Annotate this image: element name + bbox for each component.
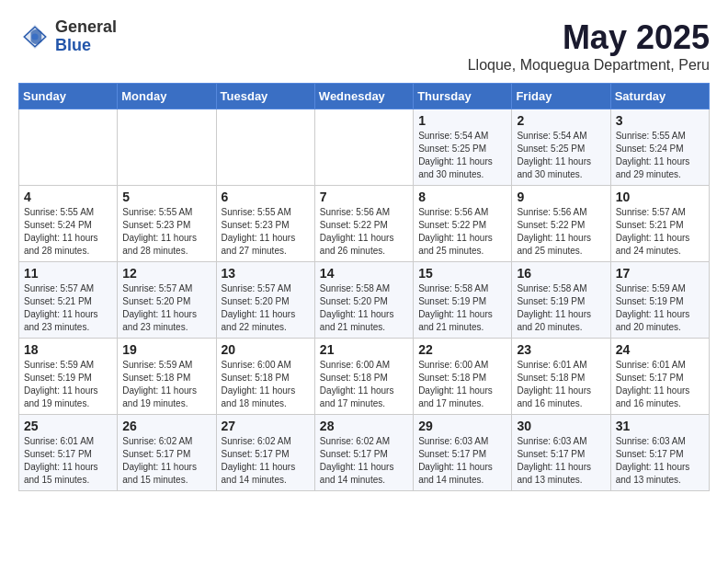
weekday-header: Sunday — [19, 84, 118, 109]
day-info: Sunrise: 5:59 AM Sunset: 5:18 PM Dayligh… — [122, 359, 210, 410]
day-number: 1 — [418, 113, 506, 128]
calendar-cell: 27Sunrise: 6:02 AM Sunset: 5:17 PM Dayli… — [216, 415, 314, 491]
day-number: 20 — [222, 342, 310, 357]
day-number: 14 — [320, 266, 408, 281]
day-info: Sunrise: 5:56 AM Sunset: 5:22 PM Dayligh… — [517, 206, 605, 258]
day-info: Sunrise: 6:01 AM Sunset: 5:17 PM Dayligh… — [24, 435, 112, 487]
calendar-cell: 10Sunrise: 5:57 AM Sunset: 5:21 PM Dayli… — [610, 186, 709, 262]
calendar-cell: 9Sunrise: 5:56 AM Sunset: 5:22 PM Daylig… — [512, 186, 610, 262]
day-number: 21 — [320, 342, 408, 357]
calendar-header: SundayMondayTuesdayWednesdayThursdayFrid… — [19, 84, 710, 109]
day-info: Sunrise: 5:56 AM Sunset: 5:22 PM Dayligh… — [418, 206, 506, 258]
calendar-cell: 16Sunrise: 5:58 AM Sunset: 5:19 PM Dayli… — [512, 262, 610, 339]
day-info: Sunrise: 6:02 AM Sunset: 5:17 PM Dayligh… — [222, 435, 310, 487]
title-block: May 2025 Lloque, Moquegua Department, Pe… — [468, 18, 710, 74]
day-number: 12 — [122, 266, 210, 281]
calendar-cell: 1Sunrise: 5:54 AM Sunset: 5:25 PM Daylig… — [414, 109, 512, 186]
day-number: 5 — [122, 190, 210, 204]
day-number: 30 — [517, 419, 605, 433]
calendar-cell — [314, 109, 413, 186]
calendar-week: 4Sunrise: 5:55 AM Sunset: 5:24 PM Daylig… — [19, 186, 710, 262]
day-number: 15 — [418, 266, 506, 281]
logo: General Blue — [18, 18, 117, 55]
day-info: Sunrise: 5:57 AM Sunset: 5:20 PM Dayligh… — [222, 282, 310, 334]
day-info: Sunrise: 6:02 AM Sunset: 5:17 PM Dayligh… — [122, 435, 210, 487]
calendar-cell: 29Sunrise: 6:03 AM Sunset: 5:17 PM Dayli… — [414, 415, 512, 491]
calendar-cell: 13Sunrise: 5:57 AM Sunset: 5:20 PM Dayli… — [216, 262, 314, 339]
day-info: Sunrise: 5:55 AM Sunset: 5:24 PM Dayligh… — [616, 130, 704, 181]
day-number: 24 — [616, 342, 704, 357]
day-info: Sunrise: 6:03 AM Sunset: 5:17 PM Dayligh… — [616, 435, 704, 487]
day-info: Sunrise: 6:02 AM Sunset: 5:17 PM Dayligh… — [320, 435, 408, 487]
logo-text: General Blue — [55, 18, 117, 55]
calendar-cell: 4Sunrise: 5:55 AM Sunset: 5:24 PM Daylig… — [19, 186, 118, 262]
calendar-cell: 24Sunrise: 6:01 AM Sunset: 5:17 PM Dayli… — [610, 339, 709, 415]
day-info: Sunrise: 6:03 AM Sunset: 5:17 PM Dayligh… — [517, 435, 605, 487]
day-info: Sunrise: 6:01 AM Sunset: 5:17 PM Dayligh… — [616, 359, 704, 410]
weekday-header: Wednesday — [314, 84, 413, 109]
day-number: 27 — [222, 419, 310, 433]
day-info: Sunrise: 5:57 AM Sunset: 5:21 PM Dayligh… — [616, 206, 704, 258]
day-info: Sunrise: 5:58 AM Sunset: 5:20 PM Dayligh… — [320, 282, 408, 334]
weekday-header: Friday — [512, 84, 610, 109]
day-info: Sunrise: 5:55 AM Sunset: 5:24 PM Dayligh… — [24, 206, 112, 258]
day-number: 28 — [320, 419, 408, 433]
weekday-header: Tuesday — [216, 84, 314, 109]
calendar-table: SundayMondayTuesdayWednesdayThursdayFrid… — [18, 83, 710, 491]
day-number: 7 — [320, 190, 408, 204]
weekday-header: Thursday — [414, 84, 512, 109]
day-number: 31 — [616, 419, 704, 433]
calendar-body: 1Sunrise: 5:54 AM Sunset: 5:25 PM Daylig… — [19, 109, 710, 491]
day-info: Sunrise: 5:59 AM Sunset: 5:19 PM Dayligh… — [616, 282, 704, 334]
day-number: 3 — [616, 113, 704, 128]
day-number: 10 — [616, 190, 704, 204]
weekday-header: Monday — [118, 84, 216, 109]
day-info: Sunrise: 5:58 AM Sunset: 5:19 PM Dayligh… — [517, 282, 605, 334]
day-number: 26 — [122, 419, 210, 433]
calendar-cell: 20Sunrise: 6:00 AM Sunset: 5:18 PM Dayli… — [216, 339, 314, 415]
day-number: 22 — [418, 342, 506, 357]
svg-point-2 — [31, 33, 38, 40]
calendar-cell: 19Sunrise: 5:59 AM Sunset: 5:18 PM Dayli… — [118, 339, 216, 415]
day-number: 8 — [418, 190, 506, 204]
logo-blue: Blue — [55, 37, 117, 55]
calendar-cell: 17Sunrise: 5:59 AM Sunset: 5:19 PM Dayli… — [610, 262, 709, 339]
calendar-cell: 15Sunrise: 5:58 AM Sunset: 5:19 PM Dayli… — [414, 262, 512, 339]
day-info: Sunrise: 6:03 AM Sunset: 5:17 PM Dayligh… — [418, 435, 506, 487]
calendar-week: 25Sunrise: 6:01 AM Sunset: 5:17 PM Dayli… — [19, 415, 710, 491]
calendar-week: 1Sunrise: 5:54 AM Sunset: 5:25 PM Daylig… — [19, 109, 710, 186]
calendar-cell: 5Sunrise: 5:55 AM Sunset: 5:23 PM Daylig… — [118, 186, 216, 262]
calendar-cell: 30Sunrise: 6:03 AM Sunset: 5:17 PM Dayli… — [512, 415, 610, 491]
calendar-cell: 23Sunrise: 6:01 AM Sunset: 5:18 PM Dayli… — [512, 339, 610, 415]
day-number: 4 — [24, 190, 112, 204]
location-title: Lloque, Moquegua Department, Peru — [468, 57, 710, 74]
day-number: 19 — [122, 342, 210, 357]
calendar-cell: 8Sunrise: 5:56 AM Sunset: 5:22 PM Daylig… — [414, 186, 512, 262]
day-info: Sunrise: 5:58 AM Sunset: 5:19 PM Dayligh… — [418, 282, 506, 334]
day-number: 13 — [222, 266, 310, 281]
day-number: 9 — [517, 190, 605, 204]
day-number: 29 — [418, 419, 506, 433]
calendar-cell: 21Sunrise: 6:00 AM Sunset: 5:18 PM Dayli… — [314, 339, 413, 415]
day-number: 16 — [517, 266, 605, 281]
calendar-cell: 26Sunrise: 6:02 AM Sunset: 5:17 PM Dayli… — [118, 415, 216, 491]
day-info: Sunrise: 6:00 AM Sunset: 5:18 PM Dayligh… — [222, 359, 310, 410]
calendar-cell — [19, 109, 118, 186]
day-info: Sunrise: 5:55 AM Sunset: 5:23 PM Dayligh… — [122, 206, 210, 258]
day-info: Sunrise: 5:57 AM Sunset: 5:20 PM Dayligh… — [122, 282, 210, 334]
calendar-cell: 7Sunrise: 5:56 AM Sunset: 5:22 PM Daylig… — [314, 186, 413, 262]
day-number: 2 — [517, 113, 605, 128]
calendar-cell: 18Sunrise: 5:59 AM Sunset: 5:19 PM Dayli… — [19, 339, 118, 415]
day-number: 17 — [616, 266, 704, 281]
day-info: Sunrise: 5:54 AM Sunset: 5:25 PM Dayligh… — [418, 130, 506, 181]
page-header: General Blue May 2025 Lloque, Moquegua D… — [18, 18, 710, 74]
day-info: Sunrise: 5:56 AM Sunset: 5:22 PM Dayligh… — [320, 206, 408, 258]
day-info: Sunrise: 5:54 AM Sunset: 5:25 PM Dayligh… — [517, 130, 605, 181]
day-info: Sunrise: 6:00 AM Sunset: 5:18 PM Dayligh… — [320, 359, 408, 410]
calendar-cell: 28Sunrise: 6:02 AM Sunset: 5:17 PM Dayli… — [314, 415, 413, 491]
calendar-week: 18Sunrise: 5:59 AM Sunset: 5:19 PM Dayli… — [19, 339, 710, 415]
day-number: 23 — [517, 342, 605, 357]
calendar-cell: 11Sunrise: 5:57 AM Sunset: 5:21 PM Dayli… — [19, 262, 118, 339]
calendar-cell: 31Sunrise: 6:03 AM Sunset: 5:17 PM Dayli… — [610, 415, 709, 491]
calendar-cell: 2Sunrise: 5:54 AM Sunset: 5:25 PM Daylig… — [512, 109, 610, 186]
